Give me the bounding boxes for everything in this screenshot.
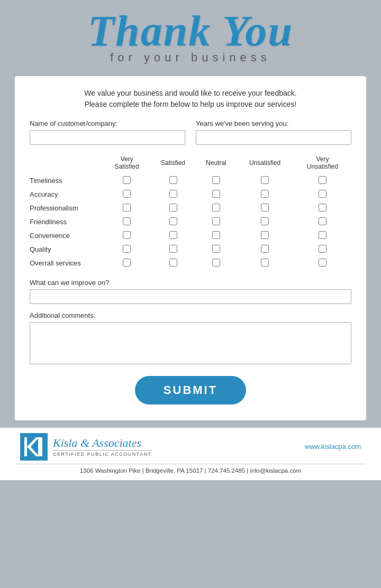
cb-friendliness-vs[interactable] [123, 217, 131, 225]
checkbox-timeliness-satisfied[interactable] [150, 174, 196, 188]
cb-convenience-s[interactable] [169, 231, 177, 239]
submit-row: SUBMIT [30, 376, 351, 405]
cb-professionalism-s[interactable] [169, 204, 177, 212]
company-name-main: Kisla & Associates [53, 436, 152, 450]
table-row: Convenience [30, 229, 351, 243]
checkbox-timeliness-unsatisfied[interactable] [236, 174, 294, 188]
cb-quality-u[interactable] [261, 245, 269, 253]
footer-company-name: Kisla & Associates CERTIFIED PUBLIC ACCO… [53, 436, 152, 457]
cb-convenience-n[interactable] [212, 231, 220, 239]
comments-label: Additional comments: [30, 311, 351, 319]
table-row: Quality [30, 243, 351, 256]
cb-accuracy-vs[interactable] [123, 190, 131, 198]
cb-timeliness-n[interactable] [212, 176, 220, 184]
cb-friendliness-s[interactable] [169, 217, 177, 225]
footer-address: 1306 Washington Pike | Bridgeville, PA 1… [15, 464, 366, 476]
comments-textarea[interactable] [30, 322, 351, 364]
intro-text: We value your business and would like to… [30, 88, 351, 110]
cb-overall-vu[interactable] [319, 259, 326, 267]
svg-rect-0 [20, 433, 48, 461]
cb-professionalism-n[interactable] [212, 204, 220, 212]
cb-quality-vs[interactable] [123, 245, 131, 253]
footer: Kisla & Associates CERTIFIED PUBLIC ACCO… [0, 428, 381, 480]
checkbox-timeliness-very-satisfied[interactable] [104, 174, 150, 188]
cb-timeliness-u[interactable] [261, 176, 269, 184]
customer-input[interactable] [30, 130, 185, 145]
row-label-quality: Quality [30, 243, 104, 256]
col-header-very-unsatisfied: VeryUnsatisfied [294, 154, 351, 174]
row-label-overall: Overrall services [30, 256, 104, 270]
cb-accuracy-u[interactable] [261, 190, 269, 198]
row-label-timeliness: Timeliness [30, 174, 104, 188]
cb-quality-s[interactable] [169, 245, 177, 253]
customer-field-group: Name of customer/company: [30, 120, 185, 145]
customer-label: Name of customer/company: [30, 120, 185, 127]
rating-table: VerySatisfied Satisfied Neutral Unsatisf… [30, 154, 351, 270]
cb-timeliness-vu[interactable] [319, 176, 326, 184]
years-field-group: Years we've been serving you: [196, 120, 351, 145]
thank-you-title: Thank You [21, 10, 360, 53]
cb-convenience-vu[interactable] [319, 231, 326, 239]
improve-label: What can we improve on? [30, 279, 351, 287]
checkbox-timeliness-very-unsatisfied[interactable] [294, 174, 351, 188]
table-row: Overrall services [30, 256, 351, 270]
cb-timeliness-s[interactable] [169, 176, 177, 184]
svg-rect-1 [24, 437, 27, 456]
col-header-empty [30, 154, 104, 174]
col-header-neutral: Neutral [196, 154, 236, 174]
table-row: Professionalism [30, 201, 351, 215]
name-years-row: Name of customer/company: Years we've be… [30, 120, 351, 145]
form-card: We value your business and would like to… [15, 76, 366, 420]
cb-friendliness-n[interactable] [212, 217, 220, 225]
subtitle: for your business [21, 51, 360, 65]
cb-overall-s[interactable] [169, 259, 177, 267]
table-row: Accuracy [30, 188, 351, 201]
footer-main: Kisla & Associates CERTIFIED PUBLIC ACCO… [15, 433, 366, 461]
cb-accuracy-s[interactable] [169, 190, 177, 198]
cb-timeliness-vs[interactable] [123, 176, 131, 184]
cb-quality-vu[interactable] [319, 245, 326, 253]
years-input[interactable] [196, 130, 351, 145]
col-header-satisfied: Satisfied [150, 154, 196, 174]
comments-section: Additional comments: [30, 311, 351, 366]
cb-professionalism-u[interactable] [261, 204, 269, 212]
company-subtitle: CERTIFIED PUBLIC ACCOUNTANT [53, 450, 152, 457]
row-label-accuracy: Accuracy [30, 188, 104, 201]
cb-overall-u[interactable] [261, 259, 269, 267]
cb-convenience-vs[interactable] [123, 231, 131, 239]
cb-accuracy-n[interactable] [212, 190, 220, 198]
improve-input[interactable] [30, 289, 351, 304]
svg-rect-5 [38, 437, 40, 456]
table-row: Timeliness [30, 174, 351, 188]
cb-quality-n[interactable] [212, 245, 220, 253]
rating-section: VerySatisfied Satisfied Neutral Unsatisf… [30, 154, 351, 270]
table-row: Friendliness [30, 215, 351, 229]
row-label-convenience: Convenience [30, 229, 104, 243]
row-label-professionalism: Professionalism [30, 201, 104, 215]
cb-overall-vs[interactable] [123, 259, 131, 267]
svg-rect-4 [40, 437, 42, 442]
checkbox-timeliness-neutral[interactable] [196, 174, 236, 188]
cb-accuracy-vu[interactable] [319, 190, 326, 198]
submit-button[interactable]: SUBMIT [135, 376, 246, 405]
col-header-very-satisfied: VerySatisfied [104, 154, 150, 174]
cb-friendliness-u[interactable] [261, 217, 269, 225]
footer-website: www.kislacpa.com [305, 443, 361, 451]
row-label-friendliness: Friendliness [30, 215, 104, 229]
header: Thank You for your business [0, 0, 381, 76]
col-header-unsatisfied: Unsatisfied [236, 154, 294, 174]
years-label: Years we've been serving you: [196, 120, 351, 127]
footer-logo-area: Kisla & Associates CERTIFIED PUBLIC ACCO… [20, 433, 152, 461]
kisla-logo-icon [20, 433, 48, 461]
improve-section: What can we improve on? [30, 279, 351, 304]
cb-convenience-u[interactable] [261, 231, 269, 239]
cb-professionalism-vu[interactable] [319, 204, 326, 212]
cb-overall-n[interactable] [212, 259, 220, 267]
cb-professionalism-vs[interactable] [123, 204, 131, 212]
cb-friendliness-vu[interactable] [319, 217, 326, 225]
